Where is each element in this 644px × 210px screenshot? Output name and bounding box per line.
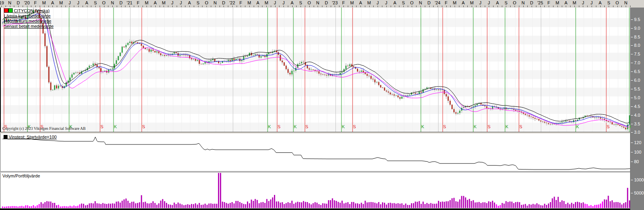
month-label: '25 [537,0,543,5]
profit-test-panel[interactable]: Vinstest: Startvärde=100 [0,133,631,171]
volume-bar [37,205,38,208]
axis-tick [391,6,391,7]
volume-bar [131,202,133,208]
volume-bar [467,200,468,208]
candle [552,124,553,124]
axis-tick [467,6,468,7]
volume-bar [407,205,408,208]
candle [534,118,536,119]
axis-tick [613,6,613,7]
volume-bar [108,204,109,208]
time-axis[interactable]: '19ND'20FMAMJJASOND'21FMAMJJASOND'22FMAM… [0,0,644,8]
axis-tick [254,6,254,7]
candle [247,56,248,57]
volume-bar [627,188,628,208]
axis-tick [570,6,571,7]
month-label: A [565,0,567,5]
axis-tick [228,6,228,7]
volume-bar [581,203,582,208]
axis-value-label: 120 [634,140,641,145]
volume-bar [534,204,536,208]
candle [405,96,406,96]
axis-tick [232,6,233,7]
volume-bar [4,207,5,208]
candle [515,110,516,111]
volume-panel[interactable]: Volym/Portföljvärde [0,173,631,208]
axis-tick [395,6,395,7]
candle [123,47,125,48]
axis-tick [249,6,250,7]
axis-tick [476,6,476,7]
volume-bar [573,204,574,208]
month-label: J [171,0,174,5]
price-chart-panel[interactable]: CITYCON (Vecka) Lägsta kurs medelvärde H… [0,8,631,132]
volume-bar [459,199,461,208]
volume-bar [557,197,559,208]
volume-bar [619,203,621,208]
axis-tick [61,6,62,7]
candle [422,89,424,93]
candle [459,111,460,113]
volume-bar [405,204,406,208]
value-axis-band[interactable]: 9.59.08.58.07.57.06.56.05.55.04.54.03.53… [630,8,644,210]
axis-tick [125,6,125,7]
candle [44,33,46,46]
volume-bar [590,205,592,208]
candle [98,67,100,68]
month-label: D [222,0,225,5]
axis-tick [562,6,562,7]
volume-bar [114,204,115,208]
volume-bar [208,204,210,208]
volume-bar [91,203,92,208]
volume-bar [345,203,347,208]
volume-bar [125,198,127,208]
candle [150,50,152,52]
axis-tick [100,6,100,7]
sell-signal-letter: S [607,124,609,129]
candle [447,96,449,101]
axis-value-label: 8.5 [634,35,640,39]
volume-bar [21,206,23,208]
candle [563,121,565,122]
candle [364,72,366,74]
candle [93,64,94,66]
volume-bar [426,203,428,208]
volume-bar [278,201,279,208]
volume-bar [69,206,71,208]
volume-bar [428,204,430,208]
axis-tick [626,6,626,7]
candle [409,94,410,95]
candle [199,60,200,64]
volume-bar [588,206,590,208]
volume-bar [422,202,424,208]
candle [183,55,185,55]
axis-tick [433,6,434,7]
month-label: F [342,0,345,5]
candle [594,118,596,118]
candle [89,66,90,68]
volume-bar [370,202,372,208]
volume-bar [328,200,329,208]
volume-bar [13,206,15,208]
candle [152,50,154,51]
volume-bar [606,200,607,208]
candle [363,71,364,73]
axis-value-label: 5.5 [634,87,640,91]
candle [131,42,132,44]
month-label: N [111,0,114,5]
axis-tick [446,6,447,7]
candle [156,51,158,52]
candle [384,88,385,91]
volume-bar [60,206,61,208]
candle [613,124,615,125]
axis-tick [198,6,199,7]
axis-tick [425,6,425,7]
volume-bar [266,199,268,208]
volume-bar [552,198,553,208]
volume-bar [73,206,75,208]
axis-tick [271,6,271,7]
month-label: F [548,0,550,5]
month-label: M [555,0,559,5]
volume-bar [621,204,623,208]
volume-bar [170,205,171,208]
